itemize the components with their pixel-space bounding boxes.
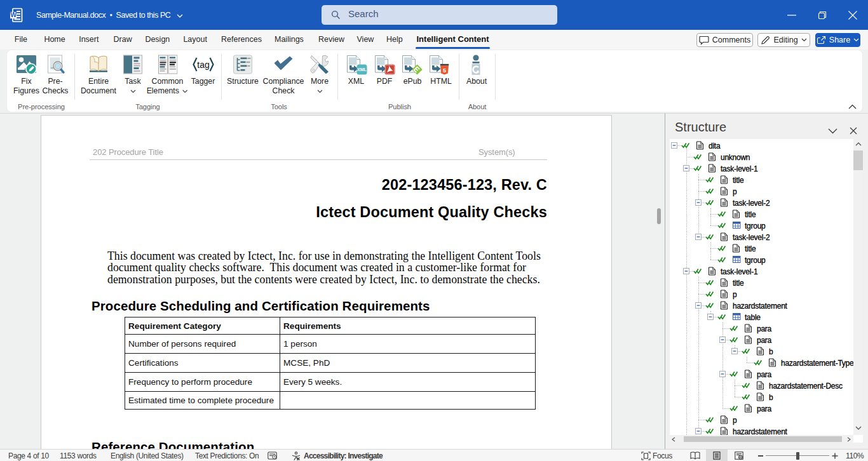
svg-text:tag: tag [197, 60, 209, 70]
svg-text:title: title [745, 244, 756, 253]
svg-text:task-level-1: task-level-1 [721, 164, 758, 173]
svg-text:task-level-2: task-level-2 [733, 199, 770, 208]
svg-text:hazardstatement-Type: hazardstatement-Type [781, 359, 853, 368]
svg-text:b: b [769, 393, 773, 402]
svg-text:5: 5 [442, 67, 445, 74]
svg-text:W: W [10, 11, 17, 18]
svg-text:para: para [757, 370, 772, 379]
svg-text:tgroup: tgroup [745, 222, 766, 230]
svg-text:title: title [733, 176, 744, 185]
svg-text:title: title [733, 279, 744, 288]
svg-text:task-level-1: task-level-1 [721, 267, 758, 276]
svg-text:p: p [733, 416, 737, 425]
svg-text:para: para [757, 404, 772, 413]
svg-text:hazardstatement-Desc: hazardstatement-Desc [769, 382, 843, 391]
svg-text:p: p [733, 290, 737, 299]
svg-text:b: b [769, 347, 773, 356]
svg-text:table: table [745, 313, 761, 322]
svg-text:hazardstatement: hazardstatement [733, 302, 788, 311]
svg-text:dita: dita [709, 142, 721, 150]
svg-text:para: para [757, 336, 772, 345]
svg-text:tgroup: tgroup [745, 256, 766, 265]
svg-text:para: para [757, 324, 772, 333]
svg-text:p: p [733, 187, 737, 196]
svg-text:XML: XML [357, 67, 367, 72]
svg-text:hazardstatement: hazardstatement [733, 427, 788, 435]
svg-text:title: title [745, 210, 756, 219]
svg-text:task-level-2: task-level-2 [733, 233, 770, 242]
svg-text:unknown: unknown [721, 153, 750, 162]
